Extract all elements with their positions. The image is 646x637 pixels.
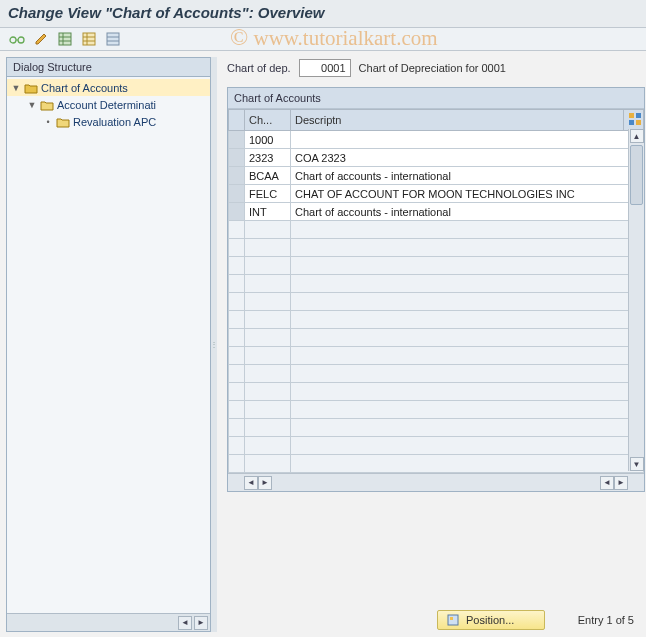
table-row-empty xyxy=(229,239,644,257)
content-pane: Chart of dep. Chart of Depreciation for … xyxy=(217,51,646,637)
chart-of-accounts-group: Chart of Accounts Ch... Descriptn 10 xyxy=(227,87,645,492)
toolbar-pencil-icon[interactable] xyxy=(32,31,50,47)
tree-node-label: Account Determinati xyxy=(57,99,156,111)
toolbar-glasses-icon[interactable] xyxy=(8,31,26,47)
svg-rect-5 xyxy=(629,113,634,118)
col-desc[interactable]: Descriptn xyxy=(291,110,624,131)
scroll-down-icon[interactable]: ▼ xyxy=(630,457,644,471)
chart-of-dep-row: Chart of dep. Chart of Depreciation for … xyxy=(227,59,640,77)
svg-rect-10 xyxy=(450,617,453,620)
cell-desc[interactable]: Chart of accounts - international xyxy=(291,203,644,221)
table-row-empty xyxy=(229,221,644,239)
row-selector[interactable] xyxy=(229,149,245,167)
scroll-right-icon[interactable]: ► xyxy=(194,616,208,630)
tree-node-label: Revaluation APC xyxy=(73,116,156,128)
hscroll-right-2-icon[interactable]: ► xyxy=(614,476,628,490)
row-selector[interactable] xyxy=(229,131,245,149)
title-bar: Change View "Chart of Accounts": Overvie… xyxy=(0,0,646,28)
expand-icon[interactable]: • xyxy=(43,117,53,127)
table-row-empty xyxy=(229,311,644,329)
table-row-empty xyxy=(229,383,644,401)
cell-ch[interactable]: 1000 xyxy=(245,131,291,149)
table-row-empty xyxy=(229,347,644,365)
table-row-empty xyxy=(229,455,644,473)
svg-point-1 xyxy=(18,37,24,43)
svg-rect-4 xyxy=(107,33,119,45)
scroll-left-icon[interactable]: ◄ xyxy=(178,616,192,630)
table-horizontal-scrollbar: ◄ ► ◄ ► xyxy=(228,473,644,491)
position-button[interactable]: Position... xyxy=(437,610,545,630)
table-vertical-scrollbar[interactable]: ▲ ▼ xyxy=(628,129,644,471)
toolbar xyxy=(0,28,646,51)
hscroll-left-2-icon[interactable]: ◄ xyxy=(600,476,614,490)
collapse-icon[interactable]: ▼ xyxy=(27,100,37,110)
table-row-empty xyxy=(229,275,644,293)
tree-node[interactable]: •Revaluation APC xyxy=(7,113,210,130)
collapse-icon[interactable]: ▼ xyxy=(11,83,21,93)
row-selector[interactable] xyxy=(229,185,245,203)
cell-desc[interactable]: CHAT OF ACCOUNT FOR MOON TECHNOLOGIES IN… xyxy=(291,185,644,203)
svg-rect-7 xyxy=(629,120,634,125)
table-row[interactable]: 1000 xyxy=(229,131,644,149)
svg-rect-8 xyxy=(636,120,641,125)
table-row-empty xyxy=(229,419,644,437)
svg-rect-3 xyxy=(83,33,95,45)
row-selector[interactable] xyxy=(229,167,245,185)
table-row-empty xyxy=(229,293,644,311)
entry-count: Entry 1 of 5 xyxy=(578,614,634,626)
cell-ch[interactable]: 2323 xyxy=(245,149,291,167)
table-row[interactable]: FELCCHAT OF ACCOUNT FOR MOON TECHNOLOGIE… xyxy=(229,185,644,203)
cell-desc[interactable]: COA 2323 xyxy=(291,149,644,167)
chart-of-dep-desc: Chart of Depreciation for 0001 xyxy=(359,62,506,74)
row-selector[interactable] xyxy=(229,203,245,221)
toolbar-grid-open-icon[interactable] xyxy=(80,31,98,47)
toolbar-grid-list-icon[interactable] xyxy=(104,31,122,47)
table-row-empty xyxy=(229,329,644,347)
hscroll-left-1-icon[interactable]: ◄ xyxy=(244,476,258,490)
col-select[interactable] xyxy=(229,110,245,131)
table-row-empty xyxy=(229,401,644,419)
svg-rect-6 xyxy=(636,113,641,118)
folder-open-icon xyxy=(24,82,38,94)
table-row[interactable]: INTChart of accounts - international xyxy=(229,203,644,221)
left-pane-scrollbar: ◄ ► xyxy=(7,613,210,631)
dialog-structure-header: Dialog Structure xyxy=(7,58,210,77)
chart-of-dep-label: Chart of dep. xyxy=(227,62,291,74)
toolbar-grid-new-icon[interactable] xyxy=(56,31,74,47)
tree-node[interactable]: ▼Account Determinati xyxy=(7,96,210,113)
group-title: Chart of Accounts xyxy=(228,88,644,109)
cell-ch[interactable]: INT xyxy=(245,203,291,221)
folder-closed-icon xyxy=(40,99,54,111)
table-row[interactable]: 2323COA 2323 xyxy=(229,149,644,167)
folder-closed-icon xyxy=(56,116,70,128)
table-row[interactable]: BCAAChart of accounts - international xyxy=(229,167,644,185)
scroll-up-icon[interactable]: ▲ xyxy=(630,129,644,143)
col-ch[interactable]: Ch... xyxy=(245,110,291,131)
dialog-structure-pane: Dialog Structure ▼Chart of Accounts▼Acco… xyxy=(6,57,211,632)
hscroll-right-1-icon[interactable]: ► xyxy=(258,476,272,490)
table-wrap: Ch... Descriptn 10002323COA 2323BCAAChar… xyxy=(228,109,644,491)
table-row-empty xyxy=(229,437,644,455)
accounts-table: Ch... Descriptn 10002323COA 2323BCAAChar… xyxy=(228,109,644,473)
footer-bar: Position... Entry 1 of 5 xyxy=(217,610,646,630)
page-title: Change View "Chart of Accounts": Overvie… xyxy=(8,4,638,21)
table-config-button[interactable] xyxy=(624,110,644,131)
svg-rect-2 xyxy=(59,33,71,45)
tree-node[interactable]: ▼Chart of Accounts xyxy=(7,79,210,96)
svg-point-0 xyxy=(10,37,16,43)
chart-of-dep-input[interactable] xyxy=(299,59,351,77)
cell-ch[interactable]: BCAA xyxy=(245,167,291,185)
position-button-label: Position... xyxy=(466,614,514,626)
cell-desc[interactable] xyxy=(291,131,644,149)
dialog-structure-tree: ▼Chart of Accounts▼Account Determinati•R… xyxy=(7,77,210,613)
table-row-empty xyxy=(229,365,644,383)
cell-desc[interactable]: Chart of accounts - international xyxy=(291,167,644,185)
table-row-empty xyxy=(229,257,644,275)
tree-node-label: Chart of Accounts xyxy=(41,82,128,94)
cell-ch[interactable]: FELC xyxy=(245,185,291,203)
